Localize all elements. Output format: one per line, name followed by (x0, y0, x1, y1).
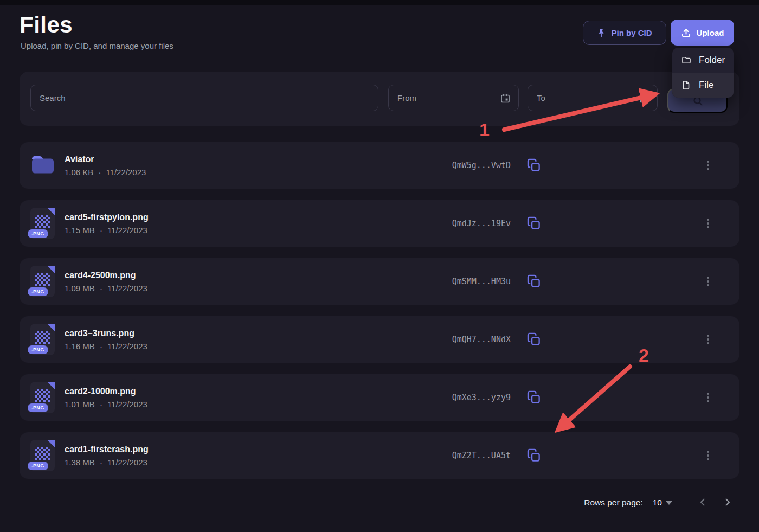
page-subtitle: Upload, pin by CID, and manage your file… (21, 41, 173, 50)
window-top-edge (0, 0, 759, 5)
page-fold (47, 266, 55, 273)
file-icon (681, 80, 691, 90)
file-size: 1.16 MB (65, 342, 95, 351)
image-checker-pattern (35, 389, 50, 402)
png-file-icon: .PNG (30, 208, 55, 239)
pin-by-cid-label: Pin by CID (611, 28, 652, 37)
page-fold (47, 382, 55, 389)
row-menu-button[interactable] (702, 448, 715, 463)
upload-icon (681, 28, 691, 38)
rows-per-page-value: 10 (653, 498, 662, 508)
previous-page-button[interactable] (695, 495, 710, 511)
png-badge: .PNG (28, 229, 48, 238)
png-file-icon: .PNG (30, 382, 55, 413)
file-name: card1-firstcrash.png (65, 445, 149, 454)
file-date: 11/22/2023 (106, 168, 146, 177)
meta-separator: · (98, 168, 101, 177)
meta-separator: · (100, 284, 102, 293)
meta-separator: · (100, 400, 102, 409)
file-name: card2-1000m.png (65, 387, 147, 396)
file-name: card3–3runs.png (65, 329, 147, 338)
upload-menu-folder-label: Folder (699, 55, 725, 66)
file-name: card4-2500m.png (65, 271, 147, 280)
upload-menu-item-file[interactable]: File (672, 73, 734, 98)
file-meta: 1.16 MB · 11/22/2023 (65, 342, 147, 351)
png-badge: .PNG (28, 345, 48, 354)
file-size: 1.06 KB (65, 168, 93, 177)
file-meta: 1.09 MB · 11/22/2023 (65, 284, 147, 293)
files-page: Files Upload, pin by CID, and manage you… (0, 0, 759, 532)
table-row[interactable]: .PNG card1-firstcrash.png 1.38 MB · 11/2… (20, 432, 739, 479)
row-menu-button[interactable] (702, 390, 715, 405)
png-file-icon: .PNG (30, 266, 55, 297)
meta-separator: · (100, 226, 102, 235)
image-checker-pattern (35, 447, 50, 460)
copy-cid-button[interactable] (526, 332, 541, 347)
rows-per-page-label: Rows per page: (584, 498, 643, 508)
date-from-field[interactable] (388, 85, 519, 111)
file-meta: 1.38 MB · 11/22/2023 (65, 458, 149, 467)
pagination: Rows per page: 10 (584, 491, 735, 515)
folder-icon (30, 154, 55, 177)
file-cid: QmSMM...HM3u (452, 277, 511, 286)
date-to-field[interactable] (528, 85, 658, 111)
calendar-icon[interactable] (639, 93, 649, 104)
copy-cid-button[interactable] (526, 216, 541, 231)
image-checker-pattern (35, 273, 50, 286)
file-size: 1.38 MB (65, 458, 95, 467)
file-cid: QmQH7...NNdX (452, 335, 511, 344)
png-badge: .PNG (28, 287, 48, 296)
file-name: Aviator (65, 155, 146, 164)
row-menu-button[interactable] (702, 332, 715, 347)
table-row[interactable]: .PNG card5-firstpylon.png 1.15 MB · 11/2… (20, 200, 739, 247)
pin-icon (597, 29, 606, 37)
table-row[interactable]: .PNG card3–3runs.png 1.16 MB · 11/22/202… (20, 316, 739, 363)
image-checker-pattern (35, 331, 50, 344)
upload-menu: Folder File (672, 48, 734, 98)
calendar-icon[interactable] (500, 93, 511, 104)
page-fold (47, 324, 55, 331)
row-menu-button[interactable] (702, 216, 715, 231)
pin-by-cid-button[interactable]: Pin by CID (583, 21, 666, 45)
caret-down-icon (666, 501, 672, 505)
table-row[interactable]: .PNG card4-2500m.png 1.09 MB · 11/22/202… (20, 258, 739, 305)
table-row[interactable]: Aviator 1.06 KB · 11/22/2023 QmW5g...Vwt… (20, 142, 739, 189)
file-size: 1.01 MB (65, 400, 95, 409)
copy-cid-button[interactable] (526, 390, 541, 405)
copy-cid-button[interactable] (526, 158, 541, 173)
file-meta: 1.01 MB · 11/22/2023 (65, 400, 147, 409)
file-cid: QmZ2T...UA5t (452, 451, 511, 460)
date-from-input[interactable] (396, 93, 500, 103)
image-checker-pattern (35, 215, 50, 228)
page-fold (47, 440, 55, 447)
upload-label: Upload (697, 28, 724, 37)
png-badge: .PNG (28, 403, 48, 412)
upload-button[interactable]: Upload (671, 20, 734, 46)
file-meta: 1.15 MB · 11/22/2023 (65, 226, 149, 235)
file-size: 1.09 MB (65, 284, 95, 293)
search-input[interactable] (38, 93, 370, 103)
file-cid: QmXe3...yzy9 (452, 393, 511, 402)
file-date: 11/22/2023 (107, 284, 147, 293)
copy-cid-button[interactable] (526, 448, 541, 463)
upload-menu-item-folder[interactable]: Folder (672, 48, 734, 73)
file-date: 11/22/2023 (107, 342, 147, 351)
row-menu-button[interactable] (702, 158, 715, 173)
rows-per-page-select[interactable]: 10 (653, 498, 672, 508)
table-row[interactable]: .PNG card2-1000m.png 1.01 MB · 11/22/202… (20, 374, 739, 421)
search-field[interactable] (30, 85, 378, 111)
file-size: 1.15 MB (65, 226, 95, 235)
png-file-icon: .PNG (30, 324, 55, 355)
upload-menu-file-label: File (699, 80, 713, 91)
filter-panel (20, 72, 739, 126)
file-date: 11/22/2023 (107, 226, 147, 235)
file-date: 11/22/2023 (107, 458, 147, 467)
date-to-input[interactable] (536, 93, 639, 103)
page-fold (47, 208, 55, 215)
copy-cid-button[interactable] (526, 274, 541, 289)
meta-separator: · (100, 342, 102, 351)
next-page-button[interactable] (720, 495, 735, 511)
folder-icon (681, 55, 691, 65)
row-menu-button[interactable] (702, 274, 715, 289)
file-cid: QmW5g...VwtD (452, 161, 511, 170)
